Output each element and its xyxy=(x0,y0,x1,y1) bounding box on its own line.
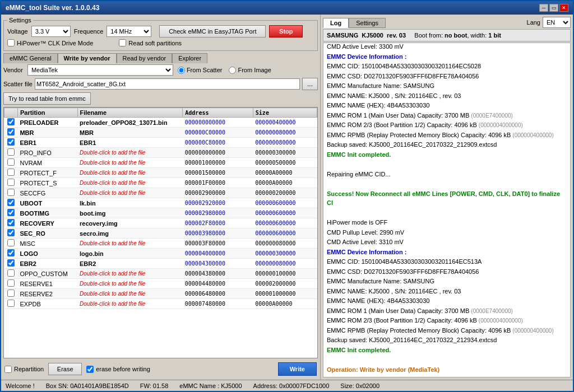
write-button[interactable]: Write xyxy=(278,362,317,376)
frequency-select[interactable]: 14 MHz 18 MHz 24 MHz xyxy=(107,26,151,37)
cell-partition: MISC xyxy=(17,239,77,249)
vendor-select[interactable]: MediaTek Qualcomm Spreadtrum xyxy=(27,64,173,76)
lang-select[interactable]: EN xyxy=(543,17,571,28)
read-soft-checkbox[interactable] xyxy=(119,39,126,46)
table-row[interactable]: SEC_ROsecro.img000003980000000000600000 xyxy=(4,228,317,239)
cell-filename: Double-click to add the file xyxy=(77,289,183,299)
from-image-label[interactable]: From Image xyxy=(229,67,271,74)
browse-button[interactable]: ... xyxy=(302,78,318,90)
col-check xyxy=(4,108,18,118)
tab-read-by-vendor[interactable]: Read by vendor xyxy=(117,53,173,63)
table-row[interactable]: UBOOTlk.bin000002920000000000600000 xyxy=(4,198,317,208)
vendor-row: Vendor MediaTek Qualcomm Spreadtrum From… xyxy=(3,64,318,76)
table-row[interactable]: EBR2EBR2000004300000000000080000 xyxy=(4,259,317,269)
tab-explorer[interactable]: Explorer xyxy=(172,53,207,63)
table-row[interactable]: RESERVE1Double-click to add the file0000… xyxy=(4,279,317,289)
row-checkbox[interactable] xyxy=(7,300,15,307)
log-line: EMMC RPMB (Replay Protected Memory Block… xyxy=(327,130,567,140)
from-image-radio[interactable] xyxy=(229,67,236,74)
row-checkbox[interactable] xyxy=(7,189,15,196)
log-tabs-bar: Log Settings Lang EN xyxy=(323,17,571,28)
row-checkbox[interactable] xyxy=(7,148,15,156)
width-value: 1 bit xyxy=(488,32,501,39)
table-row[interactable]: EBR1EBR1000000C80000000000080000 xyxy=(4,138,317,148)
table-row[interactable]: PROTECT_FDouble-click to add the file000… xyxy=(4,168,317,178)
cell-address: 000006480000 xyxy=(183,289,253,299)
row-checkbox[interactable] xyxy=(7,219,15,226)
row-checkbox[interactable] xyxy=(7,138,15,146)
hipower-checkbox[interactable] xyxy=(7,39,15,46)
cell-filename: EBR1 xyxy=(77,138,183,148)
from-scatter-label[interactable]: From Scatter xyxy=(178,67,223,74)
log-line: EMMC Manufacture Name: SAMSUNG xyxy=(327,81,567,91)
titlebar: eMMC_tool Suite ver. 1.0.0.43 ─ ▭ ✕ xyxy=(1,1,573,15)
restore-button[interactable]: ▭ xyxy=(549,4,558,12)
check-emmc-button[interactable]: Check eMMC in EasyJTAG Port xyxy=(159,25,266,38)
table-row[interactable]: PROTECT_SDouble-click to add the file000… xyxy=(4,178,317,188)
table-row[interactable]: MISCDouble-click to add the file000003F8… xyxy=(4,239,317,249)
tab-log[interactable]: Log xyxy=(323,18,349,28)
tab-settings[interactable]: Settings xyxy=(349,18,386,28)
try-read-button[interactable]: Try to read table from emmc xyxy=(3,92,91,105)
statusbar: Welcome ! Box SN: 0A01401A9BE1854D FW: 0… xyxy=(1,380,573,391)
table-row[interactable]: NVRAMDouble-click to add the file0000010… xyxy=(4,158,317,168)
cell-size: 000000600000 xyxy=(253,218,317,228)
row-checkbox[interactable] xyxy=(7,118,15,125)
cell-address: 000003980000 xyxy=(183,228,253,239)
row-checkbox[interactable] xyxy=(7,269,15,277)
cell-filename: Double-click to add the file xyxy=(77,299,183,309)
log-line: CMD Active Level: 3300 mV xyxy=(327,43,567,52)
cell-partition: MBR xyxy=(17,128,77,138)
frequency-label: Frequence xyxy=(74,28,104,35)
row-checkbox[interactable] xyxy=(7,279,15,287)
table-body: PRELOADERpreloader_OPPO82_13071.bin00000… xyxy=(4,118,317,309)
row-checkbox[interactable] xyxy=(7,199,15,206)
close-button[interactable]: ✕ xyxy=(559,4,568,12)
table-row[interactable]: RESERVE2Double-click to add the file0000… xyxy=(4,289,317,299)
voltage-select[interactable]: 3.3 V 1.8 V xyxy=(31,26,71,37)
row-checkbox[interactable] xyxy=(7,290,15,297)
minimize-button[interactable]: ─ xyxy=(539,4,548,12)
row-checkbox[interactable] xyxy=(7,158,15,166)
scatter-label: Scatter file xyxy=(3,81,33,87)
table-row[interactable]: BOOTIMGboot.img000002980000000000600000 xyxy=(4,208,317,218)
cell-filename: lk.bin xyxy=(77,198,183,208)
log-line xyxy=(327,208,567,218)
table-row[interactable]: SECCFGDouble-click to add the file000002… xyxy=(4,188,317,198)
row-checkbox[interactable] xyxy=(7,209,15,216)
stop-button[interactable]: Stop xyxy=(269,25,303,38)
row-checkbox[interactable] xyxy=(7,249,15,256)
table-row[interactable]: OPPO_CUSTOMDouble-click to add the file0… xyxy=(4,269,317,279)
status-fw: FW: 01.58 xyxy=(140,382,169,389)
table-row[interactable]: PRELOADERpreloader_OPPO82_13071.bin00000… xyxy=(4,118,317,128)
cell-size: 000000080000 xyxy=(253,239,317,249)
erase-button[interactable]: Erase xyxy=(48,363,82,375)
log-content[interactable]: HiPower mode is OFFCMD Pullup Level: 298… xyxy=(323,43,571,377)
tab-write-by-vendor[interactable]: Write by vendor xyxy=(58,53,117,63)
row-checkbox[interactable] xyxy=(7,259,15,267)
log-line: EMMC ROM 1 (Main User Data) Capacity: 37… xyxy=(327,111,567,120)
cell-address: 000002900000 xyxy=(183,188,253,198)
table-row[interactable]: LOGOlogo.bin000004000000000000300000 xyxy=(4,249,317,259)
tab-emmc-general[interactable]: eMMC General xyxy=(3,53,58,63)
cell-partition: RESERVE2 xyxy=(17,289,77,299)
cell-filename: logo.bin xyxy=(77,249,183,259)
table-row[interactable]: RECOVERYrecovery.img000002F8000000000060… xyxy=(4,218,317,228)
table-row[interactable]: PRO_INFODouble-click to add the file0000… xyxy=(4,148,317,158)
row-checkbox[interactable] xyxy=(7,169,15,176)
scatter-input[interactable]: MT6582_Android_scatter_8G.txt xyxy=(35,78,300,90)
read-soft-label: Read soft partitions xyxy=(128,40,182,46)
cell-filename: boot.img xyxy=(77,208,183,218)
table-row[interactable]: EXPDBDouble-click to add the file0000074… xyxy=(4,299,317,309)
row-checkbox[interactable] xyxy=(7,128,15,136)
row-checkbox[interactable] xyxy=(7,179,15,186)
cell-size: 000000300000 xyxy=(253,249,317,259)
erase-before-checkbox[interactable] xyxy=(86,366,94,373)
repartition-checkbox[interactable] xyxy=(4,366,12,373)
from-scatter-radio[interactable] xyxy=(178,67,185,74)
row-checkbox[interactable] xyxy=(7,229,15,236)
log-line: Backup saved: KJ5000_201164EC_20170322_2… xyxy=(327,140,567,150)
cell-partition: PRO_INFO xyxy=(17,148,77,158)
table-row[interactable]: MBRMBR000000C00000000000080000 xyxy=(4,128,317,138)
row-checkbox[interactable] xyxy=(7,239,15,246)
